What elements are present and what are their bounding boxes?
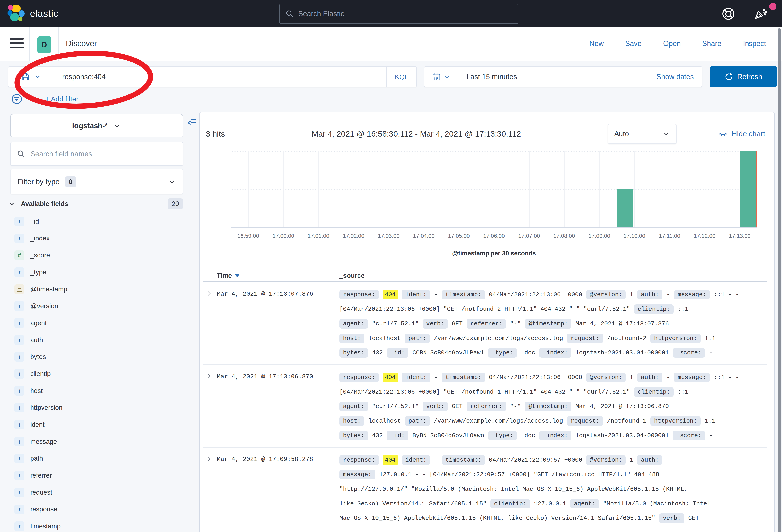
text-field-icon: t [14, 504, 24, 514]
field-value: localhost [368, 418, 401, 424]
field-item[interactable]: tresponse [0, 501, 198, 518]
current-time-marker [756, 151, 757, 227]
filter-icon[interactable] [11, 93, 23, 105]
interval-value: Auto [614, 130, 629, 138]
field-item[interactable]: t_id [0, 213, 198, 230]
field-item[interactable]: tclientip [0, 365, 198, 382]
field-item[interactable]: trequest [0, 484, 198, 501]
field-item[interactable]: thttpversion [0, 399, 198, 416]
index-pattern-select[interactable]: logstash-* [10, 114, 183, 138]
field-key-badge: clientip: [491, 499, 530, 508]
kql-button[interactable]: KQL [386, 67, 416, 87]
page-title: Discover [66, 39, 97, 48]
field-key-badge: _index: [539, 348, 571, 358]
newsfeed-icon[interactable] [752, 6, 768, 22]
hide-chart-button[interactable]: Hide chart [718, 129, 765, 139]
field-value: /notfound-1 [607, 418, 646, 424]
add-filter-button[interactable]: + Add filter [45, 95, 78, 103]
field-item[interactable]: tauth [0, 331, 198, 348]
field-item[interactable]: tagent [0, 314, 198, 331]
field-key-badge: agent: [340, 319, 368, 329]
expand-row-icon[interactable] [203, 287, 217, 360]
highlighted-value: 404 [383, 373, 398, 382]
x-gridline [424, 151, 424, 227]
text-field-icon: t [14, 335, 24, 345]
available-fields-count: 20 [168, 198, 183, 209]
histogram-chart[interactable]: Count 012 16:59:0017:00:0017:01:0017:02:… [231, 151, 757, 257]
field-key-badge: @version: [586, 290, 626, 300]
global-search-placeholder: Search Elastic [298, 9, 344, 18]
field-key-badge: timestamp: [442, 290, 485, 300]
field-key-badge: response: [340, 455, 379, 465]
field-key-badge: _type: [488, 431, 517, 440]
search-icon [16, 149, 26, 159]
date-quick-select-button[interactable] [425, 67, 458, 87]
save-button[interactable]: Save [625, 39, 642, 48]
field-item[interactable]: t@version [0, 298, 198, 314]
field-item[interactable]: treferrer [0, 467, 198, 484]
field-key-badge: referrer: [467, 402, 506, 411]
field-item[interactable]: ttimestamp [0, 518, 198, 532]
number-field-icon: # [14, 251, 24, 260]
filter-by-type-select[interactable]: Filter by type 0 [10, 169, 183, 194]
elastic-logo[interactable] [7, 4, 26, 23]
field-key-badge: message: [674, 373, 710, 382]
saved-query-menu-button[interactable] [8, 67, 54, 87]
field-item[interactable]: tident [0, 416, 198, 433]
collapse-sidebar-icon[interactable] [187, 117, 198, 127]
histogram-bar[interactable] [740, 151, 756, 227]
field-item[interactable]: #_score [0, 247, 198, 264]
available-fields-header[interactable]: Available fields 20 [8, 197, 183, 211]
global-search-input[interactable]: Search Elastic [279, 4, 519, 24]
field-value: /notfound-2 [607, 335, 646, 342]
show-dates-button[interactable]: Show dates [656, 73, 702, 81]
results-panel: 3 hits Mar 4, 2021 @ 16:58:30.112 - Mar … [200, 112, 775, 532]
refresh-button[interactable]: Refresh [710, 66, 777, 87]
new-button[interactable]: New [590, 39, 604, 48]
field-value: ::1 [678, 306, 688, 313]
x-axis-title: @timestamp per 30 seconds [231, 250, 757, 257]
field-item[interactable]: t_type [0, 264, 198, 280]
field-name: _index [30, 234, 50, 242]
chevron-down-icon [34, 73, 42, 81]
histogram-plot[interactable]: Count 012 [231, 151, 757, 228]
help-icon[interactable] [720, 6, 736, 22]
field-value: - [666, 291, 670, 298]
histogram-bar[interactable] [617, 189, 633, 227]
time-column-header[interactable]: Time [217, 272, 340, 279]
page-scrollbar[interactable] [778, 28, 781, 532]
field-value: 432 [372, 432, 383, 439]
field-item[interactable]: tmessage [0, 433, 198, 450]
query-input[interactable]: response:404 [54, 73, 386, 81]
brand-text: elastic [30, 8, 59, 19]
field-search-input[interactable]: Search field names [10, 142, 183, 166]
field-value: "-" [510, 403, 521, 410]
field-key-badge: ident: [401, 455, 430, 465]
inspect-button[interactable]: Inspect [743, 39, 766, 48]
field-name: clientip [30, 370, 51, 378]
time-range-value[interactable]: Last 15 minutes [458, 73, 656, 81]
breadcrumb-app-badge[interactable]: D [37, 36, 51, 53]
field-item[interactable]: tbytes [0, 348, 198, 365]
field-item[interactable]: thost [0, 382, 198, 399]
field-key-badge: @timestamp: [525, 319, 571, 329]
field-key-badge: agent: [570, 499, 599, 508]
x-tick-label: 17:11:00 [659, 233, 680, 239]
field-key-badge: auth: [637, 455, 662, 465]
open-button[interactable]: Open [663, 39, 681, 48]
field-item[interactable]: @timestamp [0, 280, 198, 298]
hits-count: 3 hits [206, 129, 225, 139]
field-item[interactable]: t_index [0, 230, 198, 247]
menu-icon[interactable] [9, 38, 24, 50]
interval-select[interactable]: Auto [608, 124, 677, 144]
share-button[interactable]: Share [702, 39, 721, 48]
documents-table: Time _source Mar 4, 2021 @ 17:13:07.876r… [203, 270, 767, 530]
field-value: - [666, 457, 670, 463]
field-value: /var/www/example.com/logs/access.log [434, 335, 563, 342]
field-value: - [434, 291, 438, 298]
expand-row-icon[interactable] [203, 453, 217, 525]
expand-row-icon[interactable] [203, 370, 217, 443]
field-value: Mar 4, 2021 @ 17:13:06.870 [575, 403, 669, 410]
field-item[interactable]: tpath [0, 450, 198, 467]
filter-count-badge: 0 [65, 176, 76, 187]
